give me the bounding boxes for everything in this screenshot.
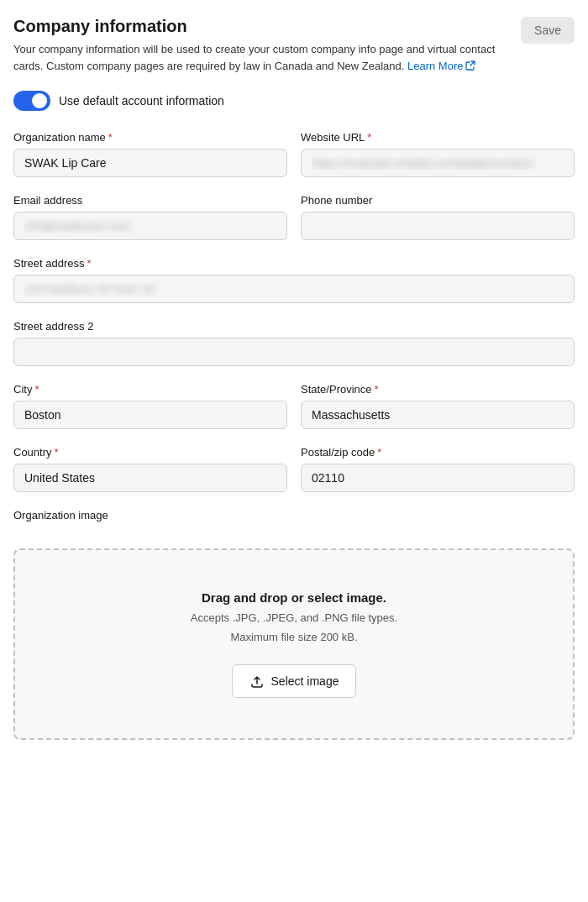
street-label: Street address* <box>13 257 575 270</box>
website-url-label: Website URL* <box>301 131 575 144</box>
org-name-input[interactable] <box>13 149 287 177</box>
country-postal-row: Country* Postal/zip code* <box>13 446 575 492</box>
learn-more-link[interactable]: Learn More <box>407 58 475 75</box>
street2-group: Street address 2 <box>13 320 575 366</box>
street2-row: Street address 2 <box>13 320 575 366</box>
city-state-row: City* State/Province* <box>13 383 575 429</box>
state-label: State/Province* <box>301 383 575 396</box>
street2-input[interactable] <box>13 338 575 366</box>
website-url-input[interactable] <box>301 149 575 177</box>
image-upload-area: Drag and drop or select image. Accepts .… <box>13 548 575 740</box>
page-title: Company information <box>13 17 507 36</box>
postal-input[interactable] <box>301 464 575 492</box>
required-star: * <box>108 131 113 144</box>
email-input[interactable] <box>13 212 287 240</box>
select-image-label: Select image <box>271 674 339 688</box>
phone-input[interactable] <box>301 212 575 240</box>
org-name-group: Organization name* <box>13 131 287 177</box>
external-link-icon <box>465 60 475 71</box>
drag-drop-text: Drag and drop or select image. <box>202 590 386 605</box>
website-url-group: Website URL* <box>301 131 575 177</box>
required-star: * <box>34 383 39 396</box>
street-input[interactable] <box>13 275 575 303</box>
toggle-row: Use default account information <box>13 91 575 111</box>
country-group: Country* <box>13 446 287 492</box>
city-label: City* <box>13 383 287 396</box>
postal-label: Postal/zip code* <box>301 446 575 459</box>
phone-group: Phone number <box>301 194 575 240</box>
street-group: Street address* <box>13 257 575 303</box>
org-name-label: Organization name* <box>13 131 287 144</box>
header-left: Company information Your company informa… <box>13 17 507 74</box>
phone-label: Phone number <box>301 194 575 207</box>
select-image-button[interactable]: Select image <box>232 664 357 698</box>
street-row: Street address* <box>13 257 575 303</box>
toggle-slider <box>13 91 50 111</box>
toggle-label: Use default account information <box>59 94 224 108</box>
postal-group: Postal/zip code* <box>301 446 575 492</box>
accepts-text: Accepts .JPG, .JPEG, and .PNG file types… <box>191 610 397 627</box>
state-group: State/Province* <box>301 383 575 429</box>
org-image-label: Organization image <box>13 509 575 522</box>
state-input[interactable] <box>301 401 575 429</box>
page-header: Company information Your company informa… <box>13 17 575 74</box>
email-label: Email address <box>13 194 287 207</box>
org-website-row: Organization name* Website URL* <box>13 131 575 177</box>
city-group: City* <box>13 383 287 429</box>
max-size-text: Maximum file size 200 kB. <box>231 629 358 646</box>
page-description: Your company information will be used to… <box>13 41 507 74</box>
default-account-toggle[interactable] <box>13 91 50 111</box>
country-label: Country* <box>13 446 287 459</box>
required-star: * <box>87 257 92 270</box>
required-star: * <box>377 446 381 459</box>
required-star: * <box>55 446 59 459</box>
required-star: * <box>375 383 379 396</box>
country-input[interactable] <box>13 464 287 492</box>
upload-icon <box>249 674 265 689</box>
org-image-section: Organization image Drag and drop or sele… <box>13 509 575 740</box>
city-input[interactable] <box>13 401 287 429</box>
required-star: * <box>367 131 371 144</box>
email-phone-row: Email address Phone number <box>13 194 575 240</box>
save-button[interactable]: Save <box>521 17 575 44</box>
email-group: Email address <box>13 194 287 240</box>
street2-label: Street address 2 <box>13 320 575 333</box>
